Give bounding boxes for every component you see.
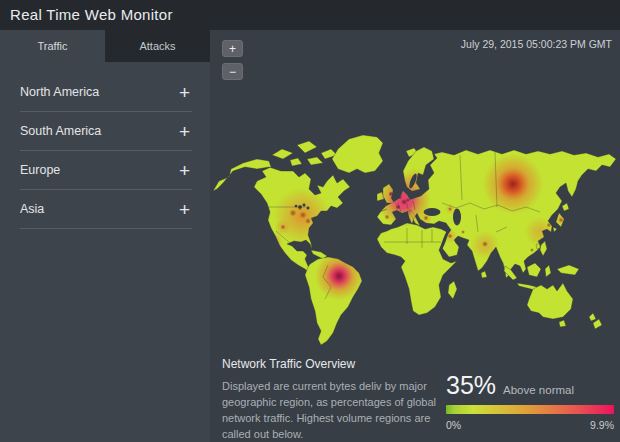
traffic-hotspot xyxy=(559,218,564,223)
traffic-hotspot xyxy=(403,168,427,192)
traffic-hotspot xyxy=(385,215,390,220)
region-label: Europe xyxy=(20,163,60,177)
datetime-label: July 29, 2015 05:00:23 PM GMT xyxy=(461,38,612,50)
expand-plus-icon[interactable]: + xyxy=(179,83,192,102)
region-label: South America xyxy=(20,124,101,138)
traffic-hotspot xyxy=(482,241,488,247)
traffic-hotspot xyxy=(298,206,303,211)
overview-panel: Network Traffic Overview Displayed are c… xyxy=(222,357,450,442)
traffic-hotspot xyxy=(483,154,543,214)
traffic-hotspot xyxy=(525,217,555,247)
tab-bar: Traffic Attacks xyxy=(0,30,210,62)
zoom-in-button[interactable]: + xyxy=(222,40,243,57)
overview-heading: Network Traffic Overview xyxy=(222,357,450,371)
traffic-hotspot xyxy=(389,192,394,197)
traffic-hotspot xyxy=(255,209,261,215)
page-title: Real Time Web Monitor xyxy=(0,0,620,23)
tab-traffic[interactable]: Traffic xyxy=(0,30,105,62)
traffic-hotspot xyxy=(272,238,278,244)
region-item-north-america[interactable]: North America + xyxy=(20,73,192,112)
region-label: Asia xyxy=(20,202,44,216)
traffic-hotspot xyxy=(424,216,429,221)
expand-plus-icon[interactable]: + xyxy=(179,122,192,141)
traffic-hotspot xyxy=(441,224,445,228)
expand-plus-icon[interactable]: + xyxy=(179,161,192,180)
traffic-hotspot xyxy=(448,207,452,211)
traffic-hotspot xyxy=(448,234,453,239)
world-map[interactable] xyxy=(210,60,620,360)
traffic-hotspot xyxy=(314,233,319,238)
gauge-label: Above normal xyxy=(503,384,574,396)
traffic-hotspot xyxy=(408,209,412,213)
traffic-hotspot xyxy=(305,218,311,224)
traffic-hotspot xyxy=(290,210,297,217)
sidebar: Traffic Attacks North America + South Am… xyxy=(0,30,210,442)
traffic-hotspot xyxy=(530,248,534,252)
real-time-web-monitor-app: Real Time Web Monitor Traffic Attacks No… xyxy=(0,0,620,442)
expand-plus-icon[interactable]: + xyxy=(179,200,192,219)
gauge-gradient-bar xyxy=(446,405,614,414)
traffic-hotspot xyxy=(547,223,552,228)
region-item-asia[interactable]: Asia + xyxy=(20,190,192,229)
traffic-hotspot xyxy=(300,212,307,219)
traffic-hotspot xyxy=(398,195,403,200)
region-item-south-america[interactable]: South America + xyxy=(20,112,192,151)
map-panel: July 29, 2015 05:00:23 PM GMT + − xyxy=(210,30,620,442)
region-item-europe[interactable]: Europe + xyxy=(20,151,192,190)
gauge-scale-max: 9.9% xyxy=(590,419,614,431)
traffic-hotspot xyxy=(461,230,465,234)
traffic-hotspot xyxy=(315,252,363,300)
gauge-value: 35% xyxy=(446,373,496,398)
traffic-hotspot xyxy=(415,180,420,185)
traffic-hotspot xyxy=(281,225,286,230)
gauge-scale-min: 0% xyxy=(446,419,461,431)
app-header: Real Time Web Monitor xyxy=(0,0,620,30)
overview-body: Displayed are current bytes deliv by maj… xyxy=(222,379,450,442)
region-label: North America xyxy=(20,85,99,99)
tab-attacks[interactable]: Attacks xyxy=(105,30,210,62)
traffic-gauge: 35% Above normal 0% 9.9% xyxy=(446,373,614,431)
region-list: North America + South America + Europe +… xyxy=(20,73,192,229)
